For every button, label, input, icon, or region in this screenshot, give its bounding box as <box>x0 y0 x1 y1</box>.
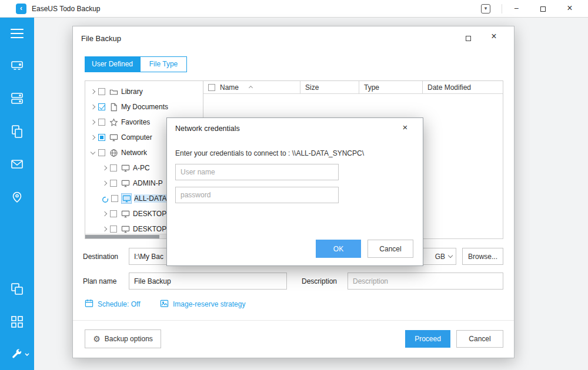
smart-backup-icon[interactable] <box>10 190 24 204</box>
chevron-down-icon <box>448 253 453 258</box>
modal-title: Network credentials <box>175 125 240 133</box>
schedule-link[interactable]: Schedule: Off <box>85 299 141 310</box>
window-title: EaseUS Todo Backup <box>32 5 101 13</box>
checkbox-unchecked[interactable] <box>111 195 118 202</box>
column-date-modified[interactable]: Date Modified <box>423 81 502 93</box>
checkbox-checked[interactable] <box>98 103 105 110</box>
checkbox-unchecked[interactable] <box>110 226 117 233</box>
sort-ascending-icon <box>249 86 253 90</box>
cancel-button[interactable]: Cancel <box>456 330 503 348</box>
proceed-button[interactable]: Proceed <box>405 330 450 348</box>
loading-spinner-icon <box>102 195 109 202</box>
pc-icon <box>121 224 130 234</box>
column-label: Size <box>305 83 319 92</box>
minimize-button[interactable]: − <box>506 0 526 18</box>
file-backup-icon[interactable] <box>10 125 24 139</box>
select-all-checkbox[interactable] <box>208 84 215 91</box>
column-type[interactable]: Type <box>359 81 423 93</box>
checkbox-unchecked[interactable] <box>110 180 117 187</box>
clone-icon[interactable] <box>10 282 24 296</box>
tree-item-my-documents[interactable]: My Documents <box>85 99 203 115</box>
sidebar <box>0 18 34 370</box>
easeus-logo-icon: ‹ <box>16 4 26 14</box>
ok-button[interactable]: OK <box>316 240 361 258</box>
modal-cancel-button[interactable]: Cancel <box>368 240 413 258</box>
chevron-right-icon[interactable] <box>102 211 107 216</box>
system-backup-icon[interactable] <box>10 92 24 106</box>
favorites-icon <box>109 117 118 127</box>
password-input[interactable] <box>175 187 339 203</box>
pc-icon-selected <box>122 194 131 203</box>
mail-backup-icon[interactable] <box>10 157 24 171</box>
chevron-right-icon[interactable] <box>91 105 95 109</box>
chevron-right-icon[interactable] <box>91 135 95 140</box>
chevron-right-icon[interactable] <box>91 120 95 125</box>
chevron-right-icon[interactable] <box>102 181 107 186</box>
tree-item-label: Favorites <box>121 118 150 126</box>
dialog-maximize-icon[interactable] <box>466 36 471 41</box>
tree-item-label: ALL-DATA <box>134 194 167 203</box>
disk-backup-icon[interactable] <box>10 59 24 73</box>
column-label: Name <box>220 83 239 92</box>
backup-options-label: Backup options <box>105 335 153 343</box>
modal-close-icon[interactable]: × <box>399 122 412 132</box>
maximize-icon <box>540 6 546 12</box>
checkbox-unchecked[interactable] <box>110 210 117 217</box>
menu-icon[interactable] <box>10 28 24 42</box>
image-reserve-link-label: Image-reserve strategy <box>173 300 245 308</box>
tab-file-type[interactable]: File Type <box>140 56 187 72</box>
tree-item-label: Library <box>121 88 143 96</box>
tab-user-defined[interactable]: User Defined <box>85 56 140 72</box>
checkbox-unchecked[interactable] <box>98 149 105 156</box>
column-name[interactable]: Name <box>203 81 300 93</box>
chevron-right-icon[interactable] <box>102 166 107 170</box>
titlebar-separator <box>502 4 502 14</box>
destination-label: Destination <box>83 253 118 261</box>
dialog-title: File Backup <box>81 34 121 43</box>
file-list-header: Name Size Type Date Modified <box>203 81 503 94</box>
checkbox-unchecked[interactable] <box>98 119 105 126</box>
close-button[interactable]: × <box>560 0 580 18</box>
tree-item-label: A-PC <box>133 164 150 172</box>
image-reserve-link[interactable]: Image-reserve strategy <box>160 299 245 310</box>
plan-name-label: Plan name <box>83 277 116 285</box>
checkbox-unchecked[interactable] <box>98 88 105 95</box>
tree-item-library[interactable]: Library <box>85 84 203 99</box>
document-icon <box>109 102 118 112</box>
checkbox-partial[interactable] <box>98 134 105 141</box>
column-label: Type <box>364 83 379 92</box>
column-label: Date Modified <box>427 83 471 92</box>
pc-icon <box>121 163 130 173</box>
pc-icon <box>121 179 130 188</box>
tree-item-label: My Documents <box>121 103 168 111</box>
tools-icon[interactable] <box>10 315 24 329</box>
username-input[interactable] <box>175 164 339 180</box>
tree-item-label: DESKTOP- <box>133 210 169 218</box>
modal-message: Enter your credentials to connect to : \… <box>175 149 364 157</box>
browse-button[interactable]: Browse... <box>462 248 503 265</box>
settings-wrench-icon[interactable] <box>10 348 30 362</box>
scrollbar-thumb[interactable] <box>85 235 159 238</box>
chevron-right-icon[interactable] <box>102 227 107 231</box>
chevron-down-icon[interactable] <box>91 149 95 154</box>
maximize-button[interactable] <box>533 0 553 18</box>
tree-item-label: DESKTOP- <box>133 225 169 233</box>
plan-name-input[interactable] <box>129 273 287 290</box>
tree-item-label: ADMIN-P <box>133 179 163 187</box>
folder-icon <box>109 87 118 96</box>
checkbox-unchecked[interactable] <box>110 164 117 171</box>
computer-icon <box>109 133 118 142</box>
description-input[interactable] <box>348 273 503 290</box>
dialog-close-icon[interactable]: × <box>488 31 500 42</box>
image-icon <box>160 299 169 310</box>
unit-label: GB <box>435 253 445 261</box>
chevron-right-icon[interactable] <box>91 89 95 94</box>
update-icon[interactable]: ▾ <box>481 4 490 14</box>
description-label: Description <box>302 277 337 285</box>
footer-divider <box>73 320 514 321</box>
column-size[interactable]: Size <box>300 81 359 93</box>
tree-item-label: Computer <box>121 133 152 142</box>
pc-icon <box>121 209 130 218</box>
tree-item-label: Network <box>121 149 147 157</box>
backup-options-button[interactable]: ⚙ Backup options <box>85 329 161 348</box>
